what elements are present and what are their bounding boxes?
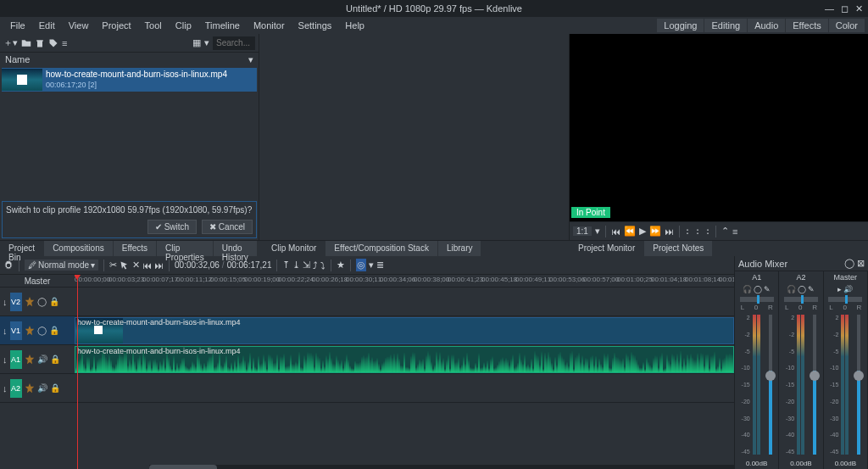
star-icon[interactable] [25,297,35,307]
zone-play-icon[interactable]: ⇲ [303,260,310,271]
maximize-icon[interactable]: ◻ [841,3,849,14]
preview-dropdown[interactable]: ▾ [369,260,374,271]
mute-icon[interactable]: ◯ [37,326,47,335]
tab-project-bin[interactable]: Project Bin [0,241,43,256]
pan-slider[interactable] [784,297,818,302]
list-icon[interactable]: ≣ [376,260,384,271]
tab-clip-properties[interactable]: Clip Properties [157,241,213,256]
monitor-menu-icon[interactable]: ≡ [732,226,737,237]
forward-icon[interactable]: ⏩ [649,226,661,237]
layout-effects[interactable]: Effects [785,19,827,32]
speaker-icon[interactable]: 🔊 [843,285,853,293]
track-head-v2[interactable]: ↓ V2 ◯ 🔒 [0,288,75,316]
forward-end-icon[interactable]: ⏭ [665,226,674,237]
rewind-icon[interactable]: ⏪ [624,226,636,237]
volume-slider[interactable] [769,315,772,455]
track-head-v1[interactable]: ↓ V1 ◯ 🔒 [0,316,75,345]
gear-icon[interactable] [3,260,14,271]
minimize-icon[interactable]: — [825,3,834,14]
mute-icon[interactable]: ◯ [798,285,806,293]
menu-timeline[interactable]: Timeline [198,19,247,32]
speaker-icon[interactable]: 🔊 [37,383,47,393]
layout-editing[interactable]: Editing [704,19,747,32]
close-icon[interactable]: ✕ [855,3,863,14]
timeline-timecode[interactable]: 00:00:32,06/00:06:17,21 [175,260,271,270]
favorite-icon[interactable]: ★ [337,260,345,271]
add-clip-button[interactable]: ＋▾ [3,36,18,49]
timeline-scrollbar[interactable] [149,465,809,469]
folder-icon[interactable] [21,37,31,48]
search-input[interactable] [213,36,255,50]
delete-icon[interactable] [35,37,45,48]
view-dropdown[interactable]: ▾ [204,37,209,48]
mute-icon[interactable]: ◯ [754,285,762,293]
lock-icon[interactable]: 🔒 [50,355,60,364]
preview-render-icon[interactable]: ◎ [356,259,366,271]
playhead[interactable] [77,275,78,469]
tab-project-notes[interactable]: Project Notes [644,241,712,256]
fx-icon[interactable]: ✎ [764,285,771,293]
zone-lift-icon[interactable]: ⤴ [313,260,318,271]
menu-tool[interactable]: Tool [138,19,169,32]
track-head-a1[interactable]: ↓ A1 🔊 🔒 [0,345,75,374]
tab-clip-monitor[interactable]: Clip Monitor [263,241,325,256]
tab-project-monitor[interactable]: Project Monitor [570,241,643,256]
audio-clip[interactable]: how-to-create-mount-and-burn-isos-in-lin… [75,346,734,373]
menu-file[interactable]: File [3,19,32,32]
fx-icon[interactable]: ✎ [808,285,815,293]
bin-column-header[interactable]: Name ▾ [0,53,259,66]
headphone-icon[interactable]: 🎧 [743,285,752,293]
tab-effect-composition-stack[interactable]: Effect/Composition Stack [326,241,437,256]
menu-edit[interactable]: Edit [32,19,62,32]
expand-icon[interactable]: ↓ [3,355,8,365]
view-mode-icon[interactable]: ▦ [192,37,201,48]
zoom-scale[interactable]: 1:1 [573,226,592,236]
layout-color[interactable]: Color [828,19,865,32]
zone-in-icon[interactable]: ⤒ [282,260,290,271]
bin-item[interactable]: how-to-create-mount-and-burn-isos-in-lin… [2,68,257,92]
layout-audio[interactable]: Audio [747,19,785,32]
viewer[interactable]: In Point [570,34,868,221]
switch-button[interactable]: ✔ Switch [147,220,197,234]
menu-project[interactable]: Project [95,19,137,32]
razor-tool-icon[interactable]: ✂ [109,260,117,271]
menu-help[interactable]: Help [338,19,371,32]
master-label[interactable]: Master [0,275,75,288]
lock-icon[interactable]: 🔒 [49,326,59,335]
star-icon[interactable] [25,383,35,394]
zone-out-icon[interactable]: ⤓ [292,260,300,271]
volume-slider[interactable] [857,315,860,455]
cancel-button[interactable]: ✖ Cancel [202,220,253,234]
tag-icon[interactable] [48,37,58,48]
menu-settings[interactable]: Settings [292,19,339,32]
monitor-timecode[interactable]: : : : [685,226,710,236]
menu-view[interactable]: View [62,19,96,32]
tab-compositions[interactable]: Compositions [44,241,113,256]
menu-monitor[interactable]: Monitor [247,19,292,32]
expand-icon[interactable]: ▸ [837,285,842,293]
pan-slider[interactable] [828,297,862,302]
track-head-a2[interactable]: ↓ A2 🔊 🔒 [0,374,75,403]
skip-end-icon[interactable]: ⏭ [154,260,164,271]
expand-icon[interactable]: ↓ [3,297,8,307]
layout-logging[interactable]: Logging [656,19,704,32]
tab-library[interactable]: Library [438,241,481,256]
tab-undo-history[interactable]: Undo History [214,241,257,256]
mixer-settings-icon[interactable]: ◯ [844,258,854,268]
spacer-tool-icon[interactable]: ✕ [132,260,140,271]
star-icon[interactable] [25,355,35,365]
mute-icon[interactable]: ◯ [37,297,47,306]
rewind-start-icon[interactable]: ⏮ [611,226,620,237]
video-clip[interactable]: how-to-create-mount-and-burn-isos-in-lin… [75,317,734,344]
pan-slider[interactable] [740,297,774,302]
expand-icon[interactable]: ↓ [3,326,8,336]
play-icon[interactable]: ▶ [639,226,646,237]
chevron-down-icon[interactable]: ▾ [595,226,600,237]
tab-effects[interactable]: Effects [114,241,156,256]
star-icon[interactable] [25,326,35,336]
skip-start-icon[interactable]: ⏮ [142,260,152,271]
mixer-close-icon[interactable]: ⊠ [857,258,865,268]
headphone-icon[interactable]: 🎧 [787,285,796,293]
selection-tool-icon[interactable] [120,260,130,271]
edit-mode-dropdown[interactable]: 🖉 Normal mode ▾ [25,260,98,271]
